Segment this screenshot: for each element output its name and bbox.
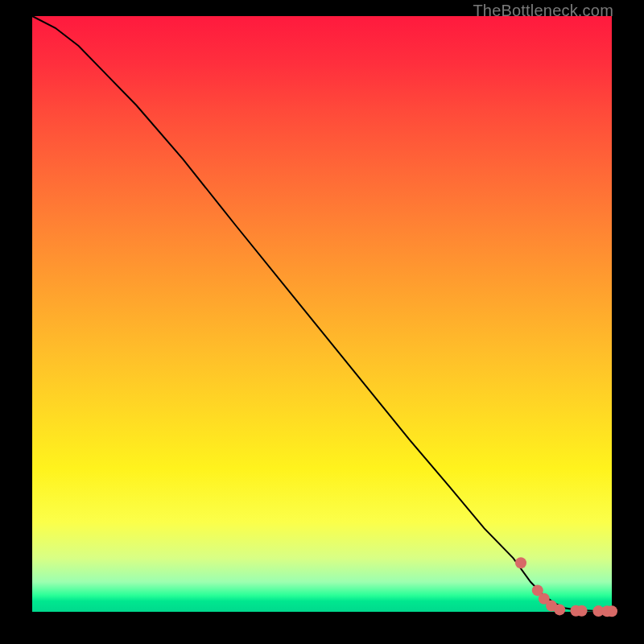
data-segment [470, 489, 490, 514]
plot-area [32, 16, 612, 612]
data-segment [507, 540, 516, 552]
data-segment [420, 421, 449, 456]
data-point [554, 604, 565, 615]
data-point [576, 605, 588, 617]
data-segment [452, 463, 464, 478]
chart-stage: TheBottleneck.com [0, 0, 644, 644]
curve-svg [32, 16, 612, 612]
data-point [606, 605, 617, 617]
data-segment [493, 519, 504, 535]
data-markers [420, 421, 617, 617]
data-point [515, 557, 526, 568]
bottleneck-curve [32, 16, 612, 611]
